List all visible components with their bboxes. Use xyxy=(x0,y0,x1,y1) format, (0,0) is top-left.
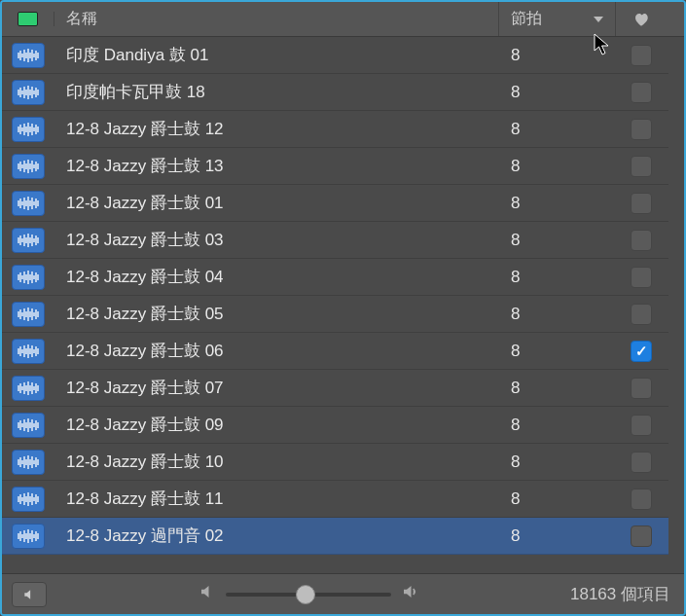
audio-loop-icon xyxy=(12,302,45,327)
audio-loop-icon xyxy=(12,376,45,401)
favorite-checkbox[interactable] xyxy=(631,489,652,510)
scrollbar-track[interactable] xyxy=(668,37,684,573)
favorite-checkbox[interactable] xyxy=(631,525,652,547)
speaker-high-icon xyxy=(401,583,418,605)
table-row[interactable]: 12-8 Jazzy 爵士鼓 118 xyxy=(2,481,684,518)
favorite-checkbox[interactable] xyxy=(631,267,652,288)
table-row[interactable]: 12-8 Jazzy 爵士鼓 048 xyxy=(2,259,684,296)
row-favorite-cell[interactable] xyxy=(616,45,667,66)
row-favorite-cell[interactable] xyxy=(616,378,667,399)
favorite-checkbox[interactable] xyxy=(631,45,652,66)
favorite-checkbox[interactable] xyxy=(631,341,652,362)
heart-icon xyxy=(632,11,650,28)
loop-list[interactable]: 印度 Dandiya 鼓 018印度帕卡瓦甲鼓 18812-8 Jazzy 爵士… xyxy=(2,37,684,574)
volume-slider[interactable] xyxy=(226,593,391,597)
row-beats: 8 xyxy=(499,379,616,398)
row-beats: 8 xyxy=(499,268,616,287)
row-favorite-cell[interactable] xyxy=(616,82,667,103)
row-favorite-cell[interactable] xyxy=(616,193,667,214)
row-name: 12-8 Jazzy 爵士鼓 06 xyxy=(54,340,499,362)
row-beats: 8 xyxy=(499,526,616,546)
row-name: 印度帕卡瓦甲鼓 18 xyxy=(54,81,499,103)
row-icon-cell xyxy=(2,154,54,179)
audio-loop-icon xyxy=(12,265,45,290)
audio-loop-icon xyxy=(12,191,45,216)
table-row[interactable]: 印度帕卡瓦甲鼓 188 xyxy=(2,74,684,111)
favorite-checkbox[interactable] xyxy=(631,230,652,251)
favorite-checkbox[interactable] xyxy=(631,304,652,325)
row-favorite-cell[interactable] xyxy=(616,489,667,510)
row-name: 12-8 Jazzy 過門音 02 xyxy=(54,525,499,547)
header-name-label: 名稱 xyxy=(66,9,97,29)
favorite-checkbox[interactable] xyxy=(631,193,652,214)
row-name: 12-8 Jazzy 爵士鼓 11 xyxy=(54,488,499,510)
row-favorite-cell[interactable] xyxy=(616,230,667,251)
row-beats: 8 xyxy=(499,46,616,65)
row-favorite-cell[interactable] xyxy=(616,452,667,473)
row-favorite-cell[interactable] xyxy=(616,415,667,436)
row-beats: 8 xyxy=(499,194,616,213)
table-row[interactable]: 12-8 Jazzy 爵士鼓 038 xyxy=(2,222,684,259)
table-row[interactable]: 12-8 Jazzy 爵士鼓 058 xyxy=(2,296,684,333)
table-row[interactable]: 12-8 Jazzy 爵士鼓 098 xyxy=(2,407,684,444)
row-icon-cell xyxy=(2,117,54,142)
row-icon-cell xyxy=(2,191,54,216)
audio-loop-icon xyxy=(12,43,45,68)
audio-loop-icon xyxy=(12,228,45,253)
favorite-checkbox[interactable] xyxy=(631,415,652,436)
row-icon-cell xyxy=(2,228,54,253)
table-row[interactable]: 12-8 Jazzy 爵士鼓 108 xyxy=(2,444,684,481)
table-row[interactable]: 12-8 Jazzy 爵士鼓 078 xyxy=(2,370,684,407)
audio-loop-icon xyxy=(12,524,45,549)
row-favorite-cell[interactable] xyxy=(616,525,667,547)
volume-area xyxy=(47,583,570,605)
row-favorite-cell[interactable] xyxy=(616,304,667,325)
preview-play-button[interactable] xyxy=(12,582,47,607)
row-beats: 8 xyxy=(499,157,616,176)
header-name-column[interactable]: 名稱 xyxy=(54,2,499,36)
row-beats: 8 xyxy=(499,231,616,250)
row-name: 12-8 Jazzy 爵士鼓 09 xyxy=(54,414,499,436)
favorite-checkbox[interactable] xyxy=(631,452,652,473)
row-name: 印度 Dandiya 鼓 01 xyxy=(54,44,499,66)
table-row[interactable]: 12-8 Jazzy 爵士鼓 128 xyxy=(2,111,684,148)
row-name: 12-8 Jazzy 爵士鼓 12 xyxy=(54,118,499,140)
favorite-checkbox[interactable] xyxy=(631,378,652,399)
table-row[interactable]: 12-8 Jazzy 爵士鼓 138 xyxy=(2,148,684,185)
row-name: 12-8 Jazzy 爵士鼓 07 xyxy=(54,377,499,399)
row-favorite-cell[interactable] xyxy=(616,267,667,288)
favorite-checkbox[interactable] xyxy=(631,156,652,177)
row-icon-cell xyxy=(2,265,54,290)
row-favorite-cell[interactable] xyxy=(616,341,667,362)
header-beats-label: 節拍 xyxy=(511,9,542,29)
row-beats: 8 xyxy=(499,305,616,324)
chevron-down-icon xyxy=(594,17,603,22)
row-favorite-cell[interactable] xyxy=(616,156,667,177)
row-beats: 8 xyxy=(499,416,616,435)
item-count-label: 18163 個項目 xyxy=(570,583,670,605)
header-favorite-column[interactable] xyxy=(616,2,667,36)
table-row[interactable]: 12-8 Jazzy 爵士鼓 018 xyxy=(2,185,684,222)
favorite-checkbox[interactable] xyxy=(631,119,652,140)
row-icon-cell xyxy=(2,413,54,438)
header-icon-cell[interactable] xyxy=(2,12,54,26)
audio-loop-icon xyxy=(12,450,45,475)
row-name: 12-8 Jazzy 爵士鼓 01 xyxy=(54,192,499,214)
favorite-checkbox[interactable] xyxy=(631,82,652,103)
row-favorite-cell[interactable] xyxy=(616,119,667,140)
table-row[interactable]: 12-8 Jazzy 過門音 028 xyxy=(2,518,684,555)
row-icon-cell xyxy=(2,80,54,105)
row-icon-cell xyxy=(2,302,54,327)
speaker-low-icon xyxy=(199,583,216,605)
table-row[interactable]: 12-8 Jazzy 爵士鼓 068 xyxy=(2,333,684,370)
row-beats: 8 xyxy=(499,342,616,361)
row-beats: 8 xyxy=(499,83,616,102)
volume-slider-thumb[interactable] xyxy=(296,585,315,604)
row-name: 12-8 Jazzy 爵士鼓 10 xyxy=(54,451,499,473)
row-icon-cell xyxy=(2,339,54,364)
header-beats-column[interactable]: 節拍 xyxy=(499,2,616,36)
waveform-badge-icon xyxy=(18,12,38,26)
table-row[interactable]: 印度 Dandiya 鼓 018 xyxy=(2,37,684,74)
footer-bar: 18163 個項目 xyxy=(2,573,684,614)
table-header: 名稱 節拍 xyxy=(2,2,684,37)
